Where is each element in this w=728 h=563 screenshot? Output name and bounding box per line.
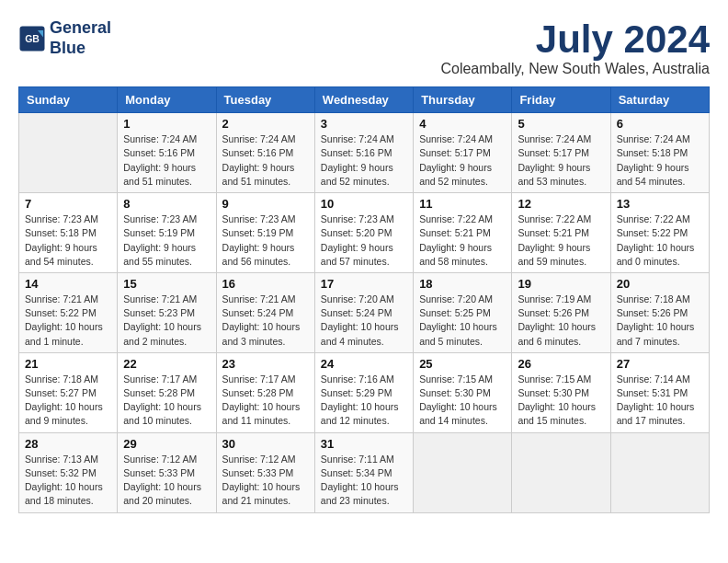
day-number: 30 bbox=[222, 437, 309, 451]
week-row-1: 7Sunrise: 7:23 AM Sunset: 5:18 PM Daylig… bbox=[19, 193, 710, 273]
day-number: 12 bbox=[518, 197, 604, 211]
calendar-cell: 28Sunrise: 7:13 AM Sunset: 5:32 PM Dayli… bbox=[19, 432, 118, 512]
calendar-cell: 10Sunrise: 7:23 AM Sunset: 5:20 PM Dayli… bbox=[314, 193, 413, 273]
calendar-cell: 5Sunrise: 7:24 AM Sunset: 5:17 PM Daylig… bbox=[512, 113, 610, 193]
logo-line2: Blue bbox=[50, 39, 111, 59]
calendar-cell: 23Sunrise: 7:17 AM Sunset: 5:28 PM Dayli… bbox=[216, 352, 314, 432]
day-info: Sunrise: 7:11 AM Sunset: 5:34 PM Dayligh… bbox=[321, 453, 407, 509]
calendar-cell: 27Sunrise: 7:14 AM Sunset: 5:31 PM Dayli… bbox=[610, 352, 709, 432]
day-info: Sunrise: 7:23 AM Sunset: 5:20 PM Dayligh… bbox=[321, 213, 407, 269]
header-friday: Friday bbox=[512, 87, 610, 113]
day-info: Sunrise: 7:21 AM Sunset: 5:24 PM Dayligh… bbox=[222, 293, 309, 349]
calendar-cell: 25Sunrise: 7:15 AM Sunset: 5:30 PM Dayli… bbox=[414, 352, 512, 432]
day-info: Sunrise: 7:22 AM Sunset: 5:22 PM Dayligh… bbox=[617, 213, 703, 269]
month-title: July 2024 bbox=[440, 18, 710, 61]
calendar-cell: 1Sunrise: 7:24 AM Sunset: 5:16 PM Daylig… bbox=[118, 113, 216, 193]
day-info: Sunrise: 7:12 AM Sunset: 5:33 PM Dayligh… bbox=[123, 453, 210, 509]
calendar-cell: 29Sunrise: 7:12 AM Sunset: 5:33 PM Dayli… bbox=[118, 432, 216, 512]
day-number: 16 bbox=[222, 277, 309, 291]
day-info: Sunrise: 7:21 AM Sunset: 5:23 PM Dayligh… bbox=[123, 293, 210, 349]
day-number: 23 bbox=[222, 357, 309, 371]
header-sunday: Sunday bbox=[19, 87, 118, 113]
title-area: July 2024 Coleambally, New South Wales, … bbox=[440, 18, 710, 77]
day-number: 18 bbox=[419, 277, 506, 291]
day-info: Sunrise: 7:24 AM Sunset: 5:16 PM Dayligh… bbox=[321, 132, 407, 189]
day-number: 28 bbox=[25, 437, 111, 451]
calendar-cell: 9Sunrise: 7:23 AM Sunset: 5:19 PM Daylig… bbox=[216, 193, 314, 273]
day-number: 17 bbox=[321, 277, 407, 291]
day-info: Sunrise: 7:14 AM Sunset: 5:31 PM Dayligh… bbox=[617, 373, 703, 429]
calendar-cell: 26Sunrise: 7:15 AM Sunset: 5:30 PM Dayli… bbox=[512, 352, 610, 432]
day-number: 26 bbox=[518, 357, 604, 371]
calendar-cell bbox=[610, 432, 709, 512]
day-info: Sunrise: 7:21 AM Sunset: 5:22 PM Dayligh… bbox=[25, 293, 111, 349]
day-info: Sunrise: 7:20 AM Sunset: 5:24 PM Dayligh… bbox=[321, 293, 407, 349]
week-row-2: 14Sunrise: 7:21 AM Sunset: 5:22 PM Dayli… bbox=[19, 272, 710, 352]
header-wednesday: Wednesday bbox=[314, 87, 413, 113]
day-info: Sunrise: 7:15 AM Sunset: 5:30 PM Dayligh… bbox=[419, 373, 506, 429]
calendar-cell: 18Sunrise: 7:20 AM Sunset: 5:25 PM Dayli… bbox=[414, 272, 512, 352]
day-info: Sunrise: 7:15 AM Sunset: 5:30 PM Dayligh… bbox=[518, 373, 604, 429]
calendar-cell: 2Sunrise: 7:24 AM Sunset: 5:16 PM Daylig… bbox=[216, 113, 314, 193]
day-number: 6 bbox=[617, 117, 703, 131]
day-number: 13 bbox=[617, 197, 703, 211]
day-info: Sunrise: 7:22 AM Sunset: 5:21 PM Dayligh… bbox=[518, 213, 604, 269]
logo-text: General Blue bbox=[50, 18, 111, 58]
calendar-cell: 24Sunrise: 7:16 AM Sunset: 5:29 PM Dayli… bbox=[314, 352, 413, 432]
calendar-cell: 14Sunrise: 7:21 AM Sunset: 5:22 PM Dayli… bbox=[19, 272, 118, 352]
calendar-cell: 8Sunrise: 7:23 AM Sunset: 5:19 PM Daylig… bbox=[118, 193, 216, 273]
week-row-4: 28Sunrise: 7:13 AM Sunset: 5:32 PM Dayli… bbox=[19, 432, 710, 512]
day-number: 24 bbox=[321, 357, 407, 371]
svg-text:GB: GB bbox=[25, 32, 40, 43]
day-number: 31 bbox=[321, 437, 407, 451]
calendar-cell bbox=[19, 113, 118, 193]
day-info: Sunrise: 7:23 AM Sunset: 5:18 PM Dayligh… bbox=[25, 213, 111, 269]
calendar-cell: 7Sunrise: 7:23 AM Sunset: 5:18 PM Daylig… bbox=[19, 193, 118, 273]
calendar-cell: 19Sunrise: 7:19 AM Sunset: 5:26 PM Dayli… bbox=[512, 272, 610, 352]
header-thursday: Thursday bbox=[414, 87, 512, 113]
day-number: 2 bbox=[222, 117, 309, 131]
calendar-cell: 20Sunrise: 7:18 AM Sunset: 5:26 PM Dayli… bbox=[610, 272, 709, 352]
day-number: 20 bbox=[617, 277, 703, 291]
day-number: 27 bbox=[617, 357, 703, 371]
calendar-cell: 17Sunrise: 7:20 AM Sunset: 5:24 PM Dayli… bbox=[314, 272, 413, 352]
day-info: Sunrise: 7:19 AM Sunset: 5:26 PM Dayligh… bbox=[518, 293, 604, 349]
logo-line1: General bbox=[50, 18, 111, 39]
calendar-cell: 15Sunrise: 7:21 AM Sunset: 5:23 PM Dayli… bbox=[118, 272, 216, 352]
header-tuesday: Tuesday bbox=[216, 87, 314, 113]
calendar-cell: 21Sunrise: 7:18 AM Sunset: 5:27 PM Dayli… bbox=[19, 352, 118, 432]
day-number: 15 bbox=[123, 277, 210, 291]
calendar-cell: 4Sunrise: 7:24 AM Sunset: 5:17 PM Daylig… bbox=[414, 113, 512, 193]
day-info: Sunrise: 7:18 AM Sunset: 5:26 PM Dayligh… bbox=[617, 293, 703, 349]
day-number: 7 bbox=[25, 197, 111, 211]
day-number: 10 bbox=[321, 197, 407, 211]
calendar-cell: 22Sunrise: 7:17 AM Sunset: 5:28 PM Dayli… bbox=[118, 352, 216, 432]
day-number: 21 bbox=[25, 357, 111, 371]
day-info: Sunrise: 7:17 AM Sunset: 5:28 PM Dayligh… bbox=[222, 373, 309, 429]
day-info: Sunrise: 7:24 AM Sunset: 5:16 PM Dayligh… bbox=[123, 132, 210, 189]
calendar-cell: 16Sunrise: 7:21 AM Sunset: 5:24 PM Dayli… bbox=[216, 272, 314, 352]
day-info: Sunrise: 7:24 AM Sunset: 5:18 PM Dayligh… bbox=[617, 132, 703, 189]
day-info: Sunrise: 7:24 AM Sunset: 5:17 PM Dayligh… bbox=[419, 132, 506, 189]
day-info: Sunrise: 7:17 AM Sunset: 5:28 PM Dayligh… bbox=[123, 373, 210, 429]
day-number: 11 bbox=[419, 197, 506, 211]
calendar-cell: 3Sunrise: 7:24 AM Sunset: 5:16 PM Daylig… bbox=[314, 113, 413, 193]
day-number: 4 bbox=[419, 117, 506, 131]
day-info: Sunrise: 7:23 AM Sunset: 5:19 PM Dayligh… bbox=[222, 213, 309, 269]
calendar-cell: 13Sunrise: 7:22 AM Sunset: 5:22 PM Dayli… bbox=[610, 193, 709, 273]
week-row-3: 21Sunrise: 7:18 AM Sunset: 5:27 PM Dayli… bbox=[19, 352, 710, 432]
day-info: Sunrise: 7:20 AM Sunset: 5:25 PM Dayligh… bbox=[419, 293, 506, 349]
calendar-table: SundayMondayTuesdayWednesdayThursdayFrid… bbox=[18, 86, 710, 512]
calendar-cell: 12Sunrise: 7:22 AM Sunset: 5:21 PM Dayli… bbox=[512, 193, 610, 273]
day-info: Sunrise: 7:24 AM Sunset: 5:16 PM Dayligh… bbox=[222, 132, 309, 189]
day-number: 1 bbox=[123, 117, 210, 131]
calendar-cell bbox=[414, 432, 512, 512]
day-number: 22 bbox=[123, 357, 210, 371]
calendar-cell: 11Sunrise: 7:22 AM Sunset: 5:21 PM Dayli… bbox=[414, 193, 512, 273]
day-number: 29 bbox=[123, 437, 210, 451]
day-number: 19 bbox=[518, 277, 604, 291]
day-number: 25 bbox=[419, 357, 506, 371]
day-number: 5 bbox=[518, 117, 604, 131]
calendar-cell: 31Sunrise: 7:11 AM Sunset: 5:34 PM Dayli… bbox=[314, 432, 413, 512]
location-title: Coleambally, New South Wales, Australia bbox=[440, 61, 710, 77]
